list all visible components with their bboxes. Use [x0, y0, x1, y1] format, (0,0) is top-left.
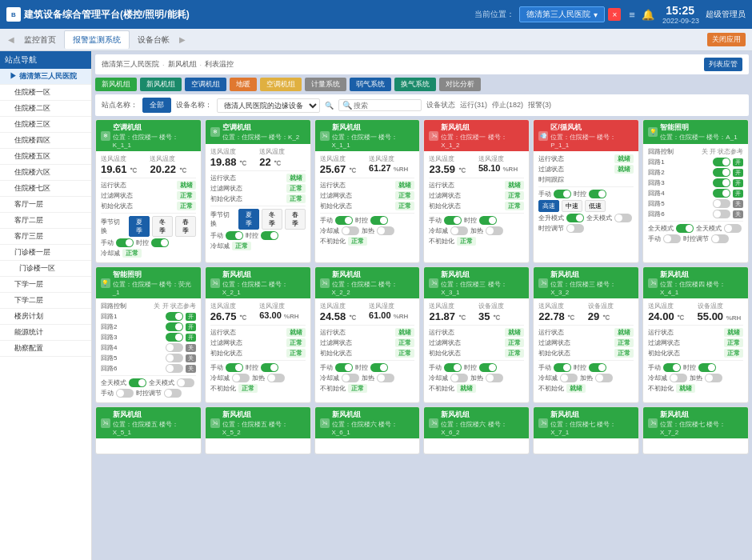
fresh-toggle2[interactable]: [370, 216, 388, 225]
fan-low-btn[interactable]: 低速: [585, 200, 606, 212]
fresh-cool-toggle[interactable]: [342, 226, 359, 235]
x41-toggle2[interactable]: [698, 363, 716, 372]
tab-monitor[interactable]: 监控首页: [16, 31, 64, 49]
fancoil-lift[interactable]: [566, 214, 584, 222]
nav-forward-icon[interactable]: ▶: [179, 35, 186, 44]
fresh-heat-toggle[interactable]: [377, 226, 394, 235]
sidebar-item-survey[interactable]: 勘察配置: [0, 341, 91, 357]
fl1-allday[interactable]: [129, 378, 146, 387]
allday-toggle2[interactable]: [724, 224, 742, 233]
sidebar-item-clinic[interactable]: 门诊楼一层: [0, 245, 91, 261]
x31-heat[interactable]: [486, 374, 503, 382]
x22-cool[interactable]: [342, 374, 359, 382]
list-manage-btn[interactable]: 列表应管: [704, 58, 742, 71]
sidebar-item-school2[interactable]: 下学二层: [0, 293, 91, 309]
x41-heat[interactable]: [705, 374, 722, 382]
x12-toggle1[interactable]: [444, 216, 462, 225]
close-app-btn[interactable]: 关闭应用: [707, 33, 746, 46]
fresh-toggle1[interactable]: [335, 216, 353, 225]
sidebar-item-7[interactable]: 住院楼七区: [0, 181, 91, 197]
x12-heat[interactable]: [486, 226, 503, 235]
schedule-toggle2[interactable]: [261, 231, 278, 240]
sidebar-item-lounge2[interactable]: 客厅二层: [0, 213, 91, 229]
menu-icon[interactable]: ≡: [629, 9, 635, 21]
fancoil-allday[interactable]: [614, 214, 632, 222]
fl1-light3-toggle[interactable]: [166, 333, 183, 342]
quick-btn-xinfen2[interactable]: 新风机组: [140, 78, 182, 91]
light2-toggle[interactable]: [713, 168, 730, 177]
summer-btn[interactable]: 夏季: [129, 216, 150, 237]
x41-cool[interactable]: [670, 374, 687, 382]
bell-icon[interactable]: 🔔: [642, 9, 654, 21]
schedule-toggle[interactable]: [151, 238, 169, 247]
manual-toggle2[interactable]: [226, 231, 243, 240]
manual-toggle[interactable]: [116, 238, 134, 247]
winter-btn2[interactable]: 冬季: [262, 209, 282, 230]
spring-btn[interactable]: 春季: [175, 216, 196, 237]
fl1-allday2[interactable]: [177, 378, 194, 387]
sidebar-item-lounge3[interactable]: 客厅三层: [0, 229, 91, 245]
x41-toggle1[interactable]: [663, 363, 681, 372]
quick-btn-dinuan[interactable]: 地暖: [230, 78, 257, 91]
tab-device[interactable]: 设备台帐: [130, 31, 178, 49]
fl1-light4-toggle[interactable]: [166, 343, 183, 352]
device-select[interactable]: 德清人民医院的边缘设备: [217, 98, 320, 113]
winter-btn[interactable]: 冬季: [152, 216, 173, 237]
x22-toggle2[interactable]: [370, 363, 388, 372]
light3-toggle[interactable]: [713, 178, 730, 187]
tab-alarm[interactable]: 报警监测系统: [64, 30, 130, 49]
light4-toggle[interactable]: [713, 189, 730, 198]
light6-toggle[interactable]: [713, 210, 730, 218]
sidebar-item-school1[interactable]: 下学一层: [0, 277, 91, 293]
sidebar-item-plan[interactable]: 楼房计划: [0, 309, 91, 325]
sidebar-item-clinic-zone[interactable]: 门诊楼一区: [0, 261, 91, 277]
sidebar-item-2[interactable]: 住院楼二区: [0, 101, 91, 117]
x32-toggle2[interactable]: [589, 363, 606, 372]
summer-btn2[interactable]: 夏季: [238, 209, 259, 230]
quick-btn-jiliang[interactable]: 计量系统: [305, 78, 346, 91]
fancoil-schedule[interactable]: [589, 190, 606, 198]
x22-heat[interactable]: [377, 374, 394, 382]
station-btn[interactable]: 全部: [142, 98, 171, 113]
fl1-timectrl[interactable]: [164, 389, 182, 398]
x21-toggle1[interactable]: [226, 363, 243, 372]
sidebar-item-4[interactable]: 住院楼四区: [0, 133, 91, 149]
quick-btn-duibi[interactable]: 对比分析: [439, 78, 481, 91]
x32-cool[interactable]: [560, 374, 578, 382]
allday-toggle[interactable]: [676, 224, 694, 233]
fancoil-timectrl[interactable]: [566, 224, 584, 233]
x12-cool[interactable]: [450, 226, 468, 235]
sidebar-item-5[interactable]: 住院楼五区: [0, 149, 91, 165]
x31-cool[interactable]: [450, 374, 468, 382]
quick-btn-ruoqi[interactable]: 弱气系统: [350, 78, 391, 91]
x21-toggle2[interactable]: [261, 363, 278, 372]
fl1-light5-toggle[interactable]: [166, 354, 183, 362]
sidebar-item-6[interactable]: 住院楼六区: [0, 165, 91, 181]
fan-mid-btn[interactable]: 中速: [562, 200, 582, 212]
quick-btn-kongtiao2[interactable]: 空调机组: [260, 78, 302, 91]
sidebar-item-lounge1[interactable]: 客厅一层: [0, 197, 91, 213]
quick-btn-kongtiao[interactable]: 空调机组: [185, 78, 226, 91]
light5-toggle[interactable]: [713, 199, 730, 208]
nav-back-icon[interactable]: ◀: [8, 35, 14, 44]
x31-toggle2[interactable]: [479, 363, 497, 372]
quick-btn-huanqi[interactable]: 换气系统: [394, 78, 436, 91]
sidebar-item-1[interactable]: 住院楼一区: [0, 85, 91, 101]
manual-light-toggle[interactable]: [663, 234, 681, 243]
fl1-manual[interactable]: [116, 389, 134, 398]
x32-toggle1[interactable]: [554, 363, 571, 372]
search-input[interactable]: [354, 102, 418, 110]
sidebar-item-energy[interactable]: 能源统计: [0, 325, 91, 341]
fl1-light1-toggle[interactable]: [166, 312, 183, 321]
x21-cool[interactable]: [232, 374, 250, 382]
close-button[interactable]: ×: [608, 8, 621, 21]
fl1-light6-toggle[interactable]: [166, 364, 183, 373]
fancoil-manual[interactable]: [554, 190, 571, 198]
timectrl-light-toggle[interactable]: [711, 234, 729, 243]
x21-heat[interactable]: [267, 374, 285, 382]
spring-btn2[interactable]: 春季: [285, 209, 306, 230]
quick-btn-xinfen[interactable]: 新风机组: [95, 78, 137, 91]
project-selector[interactable]: 德清第三人民医院 ▾: [519, 6, 605, 22]
light1-toggle[interactable]: [713, 158, 730, 166]
x31-toggle1[interactable]: [444, 363, 462, 372]
